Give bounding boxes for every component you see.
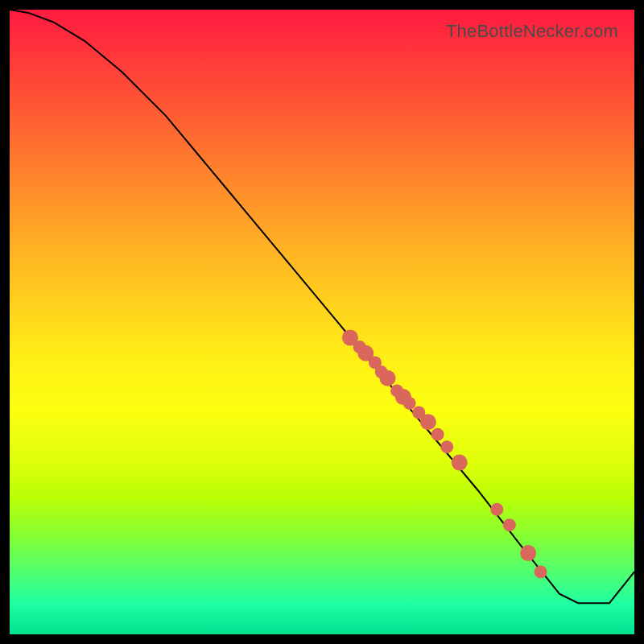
- data-point: [520, 545, 536, 561]
- data-point: [380, 370, 396, 386]
- chart-plot-area: TheBottleNecker.com: [10, 10, 634, 634]
- data-point: [403, 397, 416, 410]
- chart-frame: TheBottleNecker.com: [0, 0, 644, 644]
- data-point: [535, 565, 547, 578]
- data-point: [431, 428, 444, 441]
- curve-line: [10, 10, 634, 603]
- data-point: [452, 455, 468, 471]
- data-point: [420, 414, 436, 430]
- data-point: [490, 503, 503, 516]
- data-point: [440, 440, 453, 453]
- chart-svg: [10, 10, 634, 634]
- data-point: [503, 518, 516, 531]
